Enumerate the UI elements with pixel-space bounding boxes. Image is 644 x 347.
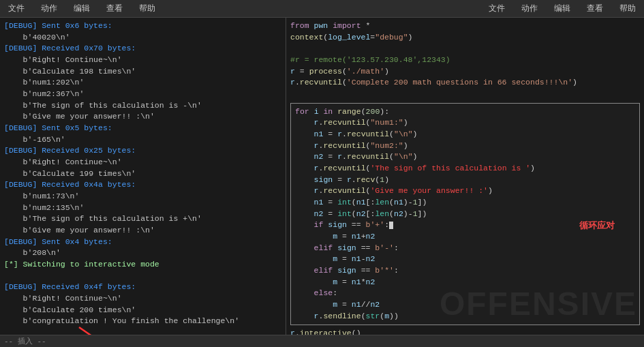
code-line: n1 = int(n1[:len(n1)-1])	[295, 197, 635, 209]
menu-action-left[interactable]: 动作	[38, 2, 60, 15]
menu-help-left[interactable]: 帮助	[136, 2, 158, 15]
term-line: [DEBUG] Sent 0x5 bytes:	[4, 123, 281, 134]
for-header: for i in range(200):	[295, 106, 635, 118]
code-line: m = n1+n2	[295, 231, 635, 243]
code-line-recvuntil-first: r.recvuntil('Complete 200 math questions…	[290, 77, 640, 89]
code-line: if sign == b'+': 循环应对	[295, 220, 635, 231]
code-blank2	[290, 89, 640, 100]
terminal-output: [DEBUG] Sent 0x6 bytes: b'40020\n' [DEBU…	[4, 20, 281, 335]
term-line: b'40020\n'	[4, 32, 281, 44]
code-line: elif sign == b'-':	[295, 243, 635, 254]
menu-action-right[interactable]: 动作	[519, 2, 540, 15]
code-line: r.sendline(str(m))	[295, 311, 635, 322]
code-line: m = n1-n2	[295, 254, 635, 265]
code-line-import: from pwn import *	[290, 20, 640, 32]
code-pane[interactable]: from pwn import * context(log_level="deb…	[286, 18, 644, 335]
term-line: b'num2:367\n'	[4, 89, 281, 100]
term-line: b'The sign of this calculation is -\n'	[4, 100, 281, 112]
bottom-bar: -- 插入 --	[0, 335, 644, 347]
term-line: [DEBUG] Sent 0x4 bytes:	[4, 237, 281, 248]
term-line: b'num2:135\n'	[4, 202, 281, 214]
term-blank	[4, 271, 281, 282]
chinese-comment-label: 循环应对	[579, 220, 615, 232]
term-line: [DEBUG] Received 0x25 bytes:	[4, 145, 281, 157]
term-line: b'Right! Continue~\n'	[4, 157, 281, 168]
term-line: [DEBUG] Received 0x70 bytes:	[4, 43, 281, 55]
code-line: r.recvuntil("num2:")	[295, 140, 635, 152]
menu-view-right[interactable]: 查看	[584, 2, 606, 15]
term-line: [DEBUG] Sent 0x6 bytes:	[4, 20, 281, 32]
term-line-switch: [*] Switching to interactive mode	[4, 259, 281, 271]
term-blank	[4, 327, 281, 335]
term-line: b'congratulation ! You finish the challe…	[4, 316, 281, 327]
code-line: n1 = r.recvuntil("\n")	[295, 129, 635, 140]
term-line: b'num1:73\n'	[4, 191, 281, 202]
term-line: [DEBUG] Received 0x4f bytes:	[4, 282, 281, 293]
code-line: r.recvuntil('Give me your answer!! :')	[295, 185, 635, 197]
insert-mode-label: -- 插入 --	[4, 336, 46, 346]
code-line: n2 = r.recvuntil("\n")	[295, 151, 635, 163]
menu-file-right[interactable]: 文件	[486, 2, 508, 15]
term-line: b'Calculate 198 times\n'	[4, 66, 281, 78]
code-line: r.recvuntil('The sign of this calculatio…	[295, 163, 635, 175]
code-line: m = n1//n2	[295, 299, 635, 311]
code-line: n2 = int(n2[:len(n2)-1])	[295, 209, 635, 220]
for-body: r.recvuntil("num1:") n1 = r.recvuntil("\…	[295, 117, 635, 322]
code-line: elif sign == b'*':	[295, 265, 635, 277]
term-line: b'Calculate 200 times\n'	[4, 305, 281, 316]
term-line: b'Calculate 199 times\n'	[4, 168, 281, 180]
code-blank	[290, 43, 640, 55]
term-line: b'Give me your answer!! :\n'	[4, 111, 281, 123]
main-content: [DEBUG] Sent 0x6 bytes: b'40020\n' [DEBU…	[0, 18, 644, 335]
code-line-comment: #r = remote('123.57.230.48',12343)	[290, 55, 640, 66]
menu-edit-right[interactable]: 编辑	[551, 2, 573, 15]
menu-view-left[interactable]: 查看	[104, 2, 125, 15]
code-line: m = n1*n2	[295, 277, 635, 288]
term-line: b'Right! Continue~\n'	[4, 55, 281, 66]
term-line: b'-165\n'	[4, 134, 281, 146]
code-line-context: context(log_level="debug")	[290, 32, 640, 44]
for-loop-block: for i in range(200): r.recvuntil("num1:"…	[290, 103, 640, 326]
menu-file-left[interactable]: 文件	[5, 2, 27, 15]
left-menubar: 文件 动作 编辑 查看 帮助 文件 动作 编辑 查看 帮助	[0, 0, 644, 18]
code-content: from pwn import * context(log_level="deb…	[290, 20, 640, 335]
code-line: r.recvuntil("num1:")	[295, 117, 635, 129]
code-line: sign = r.recv(1)	[295, 175, 635, 186]
term-line: b'Right! Continue~\n'	[4, 293, 281, 305]
term-line: [DEBUG] Received 0x4a bytes:	[4, 179, 281, 191]
term-line: b'num1:202\n'	[4, 77, 281, 89]
term-line: b'208\n'	[4, 247, 281, 259]
code-line-process: r = process('./math')	[290, 66, 640, 78]
code-line: else:	[295, 288, 635, 299]
term-line: b'Give me your answer!! :\n'	[4, 225, 281, 237]
code-line-interactive: r.interactive()	[290, 328, 640, 335]
menu-edit-left[interactable]: 编辑	[71, 2, 93, 15]
term-line: b'The sign of this calculation is +\n'	[4, 213, 281, 225]
terminal-pane[interactable]: [DEBUG] Sent 0x6 bytes: b'40020\n' [DEBU…	[0, 18, 286, 335]
menu-help-right[interactable]: 帮助	[617, 2, 639, 15]
